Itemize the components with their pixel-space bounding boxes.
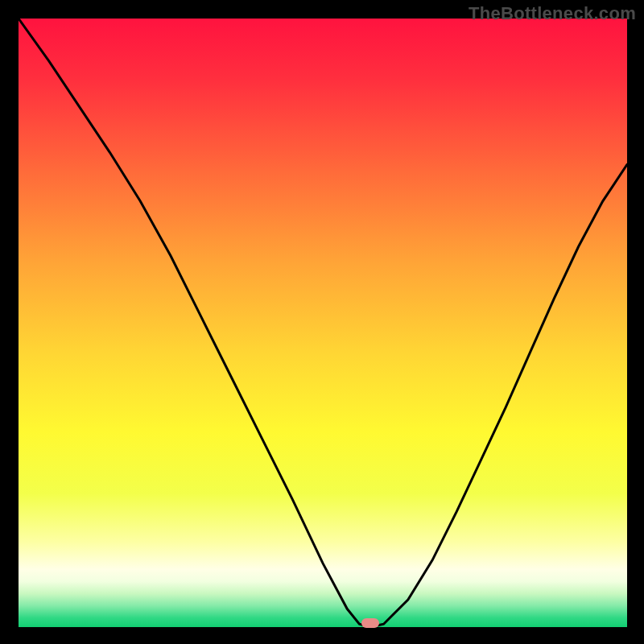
optimum-marker [361, 618, 379, 628]
watermark-text: TheBottleneck.com [469, 3, 636, 24]
outer-frame: TheBottleneck.com [0, 0, 644, 644]
svg-rect-0 [19, 19, 627, 627]
gradient-plot-area [19, 19, 627, 627]
